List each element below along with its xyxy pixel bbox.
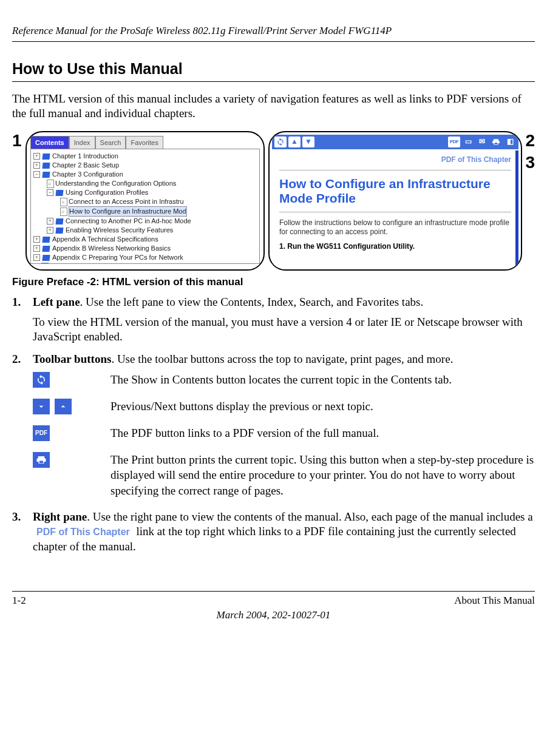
content-toolbar: ▲ ▼ PDF ▭ ✉ ◧ (272, 135, 518, 149)
button-desc-sync: The Show in Contents button locates the … (110, 372, 535, 388)
page-number: 1-2 (12, 594, 26, 607)
book-icon (42, 163, 50, 169)
tree-node[interactable]: +Chapter 2 Basic Setup (33, 161, 259, 170)
chapter-step-1: 1. Run the WG511 Configuration Utility. (279, 242, 511, 252)
book-icon (42, 154, 50, 160)
window-icon[interactable]: ◧ (504, 137, 516, 147)
book-icon (55, 190, 63, 196)
list-item-2: 2. Toolbar buttons. Use the toolbar butt… (12, 352, 535, 367)
book-icon (55, 228, 63, 234)
item-3-title: Right pane (33, 510, 87, 523)
tree-node[interactable]: Understanding the Configuration Options (33, 179, 259, 188)
pdf-icon: PDF (33, 425, 50, 441)
page-icon (47, 180, 54, 188)
tree-node[interactable]: −Chapter 3 Configuration (33, 170, 259, 179)
item-number: 3. (12, 510, 27, 555)
contents-tree: +Chapter 1 Introduction +Chapter 2 Basic… (30, 149, 260, 264)
item-3-text-a: . Use the right pane to view the content… (87, 510, 532, 523)
help-tabs: Contents Index Search Favorites (30, 136, 260, 149)
item-1-title: Left pane (33, 295, 80, 308)
footer-date: March 2004, 202-10027-01 (12, 609, 535, 622)
footer-section: About This Manual (454, 594, 535, 607)
figure-caption: Figure Preface -2: HTML version of this … (12, 275, 535, 289)
running-header: Reference Manual for the ProSafe Wireles… (12, 24, 535, 42)
bookmark-icon[interactable]: ▭ (462, 137, 474, 147)
tree-node[interactable]: +Connecting to Another PC in Ad-hoc Mode (33, 217, 259, 226)
tab-contents[interactable]: Contents (30, 136, 69, 149)
item-1-text: . Use the left pane to view the Contents… (80, 295, 424, 308)
up-arrow-icon (55, 399, 72, 414)
up-arrow-icon[interactable]: ▲ (288, 137, 301, 147)
toolbar-buttons-table: The Show in Contents button locates the … (33, 372, 535, 499)
list-item-3: 3. Right pane. Use the right pane to vie… (12, 510, 535, 555)
button-row-prevnext: Previous/Next buttons display the previo… (33, 399, 535, 414)
button-row-print: The Print button prints the current topi… (33, 452, 535, 499)
tab-favorites[interactable]: Favorites (126, 136, 163, 149)
tree-node-selected[interactable]: How to Configure an Infrastructure Mod (33, 206, 259, 217)
button-row-pdf: PDF The PDF button links to a PDF versio… (33, 425, 535, 441)
tree-node[interactable]: Connect to an Access Point in Infrastru (33, 197, 259, 206)
button-desc-prevnext: Previous/Next buttons display the previo… (110, 399, 535, 414)
callout-3: 3 (525, 152, 535, 174)
right-pane-screenshot: ▲ ▼ PDF ▭ ✉ ◧ PDF of This Chapter How to… (268, 131, 522, 271)
book-icon (42, 237, 50, 243)
book-icon (55, 218, 63, 224)
down-arrow-icon[interactable]: ▼ (302, 137, 314, 147)
book-icon (42, 255, 50, 261)
callout-2: 2 (525, 130, 535, 152)
chapter-body: Follow the instructions below to configu… (279, 218, 511, 237)
list-item-1: 1. Left pane. Use the left pane to view … (12, 295, 535, 310)
item-number: 1. (12, 295, 27, 310)
page-icon (60, 198, 67, 206)
scrollbar[interactable] (515, 150, 518, 267)
email-icon[interactable]: ✉ (476, 137, 488, 147)
item-1-subpara: To view the HTML version of the manual, … (33, 315, 535, 345)
book-icon (42, 246, 50, 252)
down-arrow-icon (33, 399, 50, 414)
item-number: 2. (12, 352, 27, 367)
section-heading: How to Use this Manual (12, 59, 535, 82)
tab-search[interactable]: Search (95, 136, 126, 149)
button-desc-print: The Print button prints the current topi… (110, 452, 535, 499)
pdf-of-this-chapter-link[interactable]: PDF of This Chapter (279, 155, 511, 165)
button-desc-pdf: The PDF button links to a PDF version of… (110, 425, 535, 441)
sync-toc-icon[interactable] (274, 137, 287, 147)
sync-toc-icon (33, 372, 50, 388)
tree-node[interactable]: +Appendix B Wireless Networking Basics (33, 244, 259, 253)
tree-node[interactable]: −Using Configuration Profiles (33, 188, 259, 197)
print-icon (33, 452, 50, 468)
tree-node[interactable]: +Appendix C Preparing Your PCs for Netwo… (33, 253, 259, 262)
pdf-icon[interactable]: PDF (448, 137, 460, 147)
figure-preface-2: 1 2 3 Contents Index Search Favorites +C… (12, 127, 535, 273)
page-footer: 1-2 About This Manual (12, 591, 535, 607)
left-pane-screenshot: Contents Index Search Favorites +Chapter… (25, 131, 265, 271)
tree-node[interactable]: Glossary (33, 262, 259, 264)
tab-index[interactable]: Index (69, 136, 95, 149)
tree-node[interactable]: +Appendix A Technical Specifications (33, 235, 259, 244)
tree-node[interactable]: +Chapter 1 Introduction (33, 152, 259, 161)
item-2-title: Toolbar buttons (33, 353, 111, 365)
item-2-text: . Use the toolbar buttons across the top… (111, 353, 453, 365)
callout-1: 1 (12, 130, 22, 152)
pdf-of-this-chapter-inline-link[interactable]: PDF of This Chapter (33, 527, 134, 537)
print-icon[interactable] (490, 137, 502, 147)
page-icon (60, 208, 67, 216)
book-icon (42, 172, 50, 178)
intro-paragraph: The HTML version of this manual includes… (12, 92, 535, 121)
tree-node[interactable]: +Enabling Wireless Security Features (33, 226, 259, 235)
button-row-sync: The Show in Contents button locates the … (33, 372, 535, 388)
page-icon (41, 263, 49, 265)
chapter-title: How to Configure an Infrastructure Mode … (279, 177, 511, 206)
